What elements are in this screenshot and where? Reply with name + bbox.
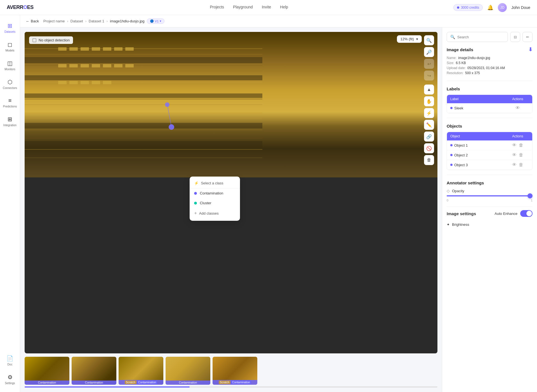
tool-connect[interactable]: 🔗 (424, 132, 434, 142)
annotator-settings-title-text: Annotator settings (447, 180, 484, 185)
credits-label: 3000 credits (461, 6, 479, 10)
class-item-cluster[interactable]: Cluster (190, 198, 240, 208)
objects-col-actions: Actions (507, 134, 529, 138)
canvas-toolbar: 🔍 🔎 ↩ ↪ ▲ ✋ ⚡ ✏️ 🔗 🚫 🗑 (424, 35, 434, 165)
thumb-4-label: Contamination (166, 381, 210, 385)
sidebar-item-integration[interactable]: ⊞ Integration (1, 113, 19, 130)
breadcrumb-dataset1[interactable]: Dataset 1 (89, 19, 104, 23)
sidebar-item-connectors[interactable]: ⬡ Connectors (1, 76, 19, 92)
object2-view-icon[interactable]: 👁 (512, 152, 517, 158)
tool-undo[interactable]: ↩ (424, 59, 434, 69)
objects-col-object: Object (450, 134, 507, 138)
no-detection-text: No object detection (39, 38, 70, 42)
bell-icon[interactable]: 🔔 (487, 4, 493, 11)
svg-rect-37 (25, 123, 262, 128)
thumbnail-4[interactable]: Contamination (166, 357, 210, 385)
search-box[interactable]: 🔍 (447, 32, 508, 42)
object2-delete-icon[interactable]: 🗑 (519, 152, 523, 158)
zoom-level: 12% (fit) (401, 37, 414, 41)
object2-label: Object 2 (454, 153, 468, 157)
tool-delete[interactable]: 🗑 (424, 155, 434, 165)
object3-delete-icon[interactable]: 🗑 (519, 162, 523, 167)
tool-pan[interactable]: ✋ (424, 96, 434, 106)
breadcrumb-sep-2: › (85, 19, 86, 23)
sidebar-item-predictions[interactable]: ≡ Predictions (1, 95, 19, 111)
nav-help[interactable]: Help (280, 5, 288, 10)
sidebar-item-doc[interactable]: 📄 Doc (1, 352, 19, 369)
zoom-control[interactable]: 12% (fit) ▾ (397, 35, 422, 43)
breadcrumb-sep-1: › (67, 19, 68, 23)
labels-title-text: Labels (447, 86, 460, 91)
tool-zoom-in[interactable]: 🔍 (424, 35, 434, 45)
main-content: ← Back Project name › Dataset › Dataset … (20, 15, 537, 392)
credits-badge[interactable]: 3000 credits (453, 4, 483, 11)
scroll-bar[interactable] (25, 386, 437, 388)
tool-redo[interactable]: ↪ (424, 71, 434, 81)
tool-select[interactable]: ▲ (424, 84, 434, 95)
opacity-slider[interactable] (447, 195, 533, 196)
download-icon[interactable]: ⬇ (528, 46, 533, 53)
breadcrumb-project[interactable]: Project name (43, 19, 65, 23)
predictions-icon: ≡ (8, 97, 12, 104)
nav-projects[interactable]: Projects (210, 5, 224, 10)
labels-table-header: Label Actions (447, 95, 532, 103)
canvas-wrapper: No object detection 12% (fit) ▾ 🔍 🔎 ↩ ↪ … (20, 27, 442, 392)
object3-view-icon[interactable]: 👁 (512, 162, 517, 167)
object-row-3: Object 3 👁 🗑 (447, 160, 532, 170)
svg-rect-20 (114, 47, 123, 51)
topnav: AVERROES Projects Playground Invite Help… (0, 0, 537, 15)
label-row-sleek: Sleek 👁 (447, 103, 532, 113)
thumb-1-label: Contamination (25, 381, 69, 385)
annotation-button[interactable]: ✏ (522, 32, 533, 42)
thumb-5-label: Scratch Contamination (213, 380, 257, 385)
detail-size-row: Size: 6.5 KB (447, 61, 533, 65)
class-dropdown-header: ⚡ Select a class (190, 179, 240, 188)
sidebar-item-monitors[interactable]: ◫ Monitors (1, 57, 19, 74)
object3-dot-icon (450, 164, 453, 166)
add-classes-button[interactable]: + Add classes (190, 208, 240, 219)
nav-invite[interactable]: Invite (262, 5, 271, 10)
svg-rect-35 (25, 75, 262, 80)
thumb-5-scratch: Scratch (219, 381, 230, 384)
no-detection-checkbox[interactable] (32, 38, 36, 42)
tool-zoom-out[interactable]: 🔎 (424, 47, 434, 57)
sleek-view-icon[interactable]: 👁 (515, 105, 520, 111)
breadcrumb-bar: ← Back Project name › Dataset › Dataset … (20, 15, 537, 27)
search-input[interactable] (457, 35, 504, 39)
breadcrumb-dataset[interactable]: Dataset (70, 19, 83, 23)
image-details-title: Image details ⬇ (447, 46, 533, 53)
back-label: Back (31, 19, 39, 23)
sidebar-item-settings[interactable]: ⚙ Settings (1, 371, 19, 388)
object1-delete-icon[interactable]: 🗑 (519, 143, 523, 148)
settings-icon: ⚙ (8, 374, 13, 381)
thumbnail-1[interactable]: Contamination (25, 357, 69, 385)
brightness-row: ✦ Brightness (447, 220, 533, 229)
canvas-container[interactable]: No object detection 12% (fit) ▾ 🔍 🔎 ↩ ↪ … (25, 32, 437, 353)
thumbnail-3[interactable]: Scratch Contamination (119, 357, 163, 385)
class-item-contamination[interactable]: Contamination (190, 188, 240, 198)
tool-hide[interactable]: 🚫 (424, 143, 434, 153)
thumbnail-5[interactable]: Scratch Contamination (213, 357, 257, 385)
contamination-dot-icon (194, 192, 197, 195)
svg-rect-21 (125, 47, 134, 51)
nav-playground[interactable]: Playground (233, 5, 253, 10)
tool-polygon[interactable]: ⚡ (424, 108, 434, 118)
filter-button[interactable]: ⊟ (510, 32, 520, 42)
thumbnail-2[interactable]: Contamination (72, 357, 116, 385)
version-badge[interactable]: 🔵 V1 ▾ (147, 18, 164, 24)
sidebar-item-datasets[interactable]: ⊞ Datasets (1, 20, 19, 36)
image-details-section: Image details ⬇ Name: image1hdiu-dusjo.j… (447, 46, 533, 81)
tool-draw[interactable]: ✏️ (424, 120, 434, 130)
labels-title: Labels (447, 86, 533, 91)
search-row: 🔍 ⊟ ✏ (447, 32, 533, 42)
detail-upload-row: Upload date: 05/28/2023, 01:04:16 AM (447, 66, 533, 70)
object1-view-icon[interactable]: 👁 (512, 143, 517, 148)
sidebar-item-models[interactable]: ◻ Models (1, 38, 19, 55)
back-button[interactable]: ← Back (26, 19, 39, 24)
right-panel: 🔍 ⊟ ✏ Image details ⬇ (442, 27, 537, 392)
detail-resolution-row: Resolution: 500 x 375 (447, 71, 533, 75)
slider-thumb[interactable] (527, 193, 533, 198)
svg-rect-19 (103, 47, 111, 51)
slider-max-label: 1 (531, 199, 533, 202)
auto-enhance-toggle[interactable] (520, 210, 533, 217)
